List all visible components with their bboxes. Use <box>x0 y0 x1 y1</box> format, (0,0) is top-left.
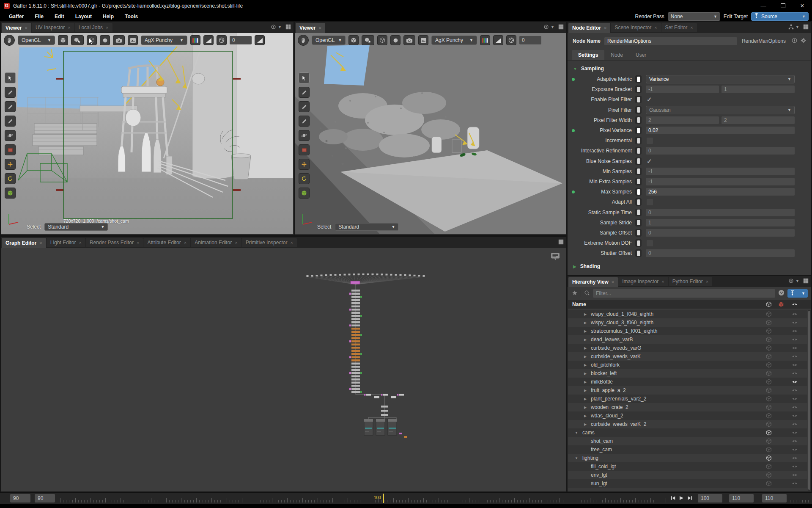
section-shading[interactable]: ▶Shading <box>568 261 811 272</box>
exposure-field[interactable]: 0 <box>519 36 541 44</box>
hierarchy-row-lighting[interactable]: ▼lighting <box>568 454 807 462</box>
chevron-down-icon[interactable]: ▼ <box>551 25 554 29</box>
geometry-cube-icon[interactable] <box>766 353 772 361</box>
display-transform-dropdown[interactable]: AgX Punchy ▼ <box>431 36 477 45</box>
filter-options-icon[interactable] <box>778 290 785 297</box>
geometry-cube-icon[interactable] <box>766 396 772 403</box>
collapse-triangle-icon[interactable]: ▼ <box>575 431 578 435</box>
select-mode-dropdown[interactable]: Standard ▼ <box>335 223 398 231</box>
collapse-triangle-icon[interactable]: ▼ <box>575 456 578 460</box>
graph-editor-tab-animation-editor[interactable]: Animation Editor× <box>191 238 241 247</box>
visibility-eye-icon[interactable] <box>792 447 798 454</box>
enable-switch[interactable] <box>635 209 642 216</box>
enable-switch[interactable] <box>635 178 642 185</box>
expand-triangle-icon[interactable]: ▶ <box>584 355 587 359</box>
visibility-eye-icon[interactable] <box>792 404 798 411</box>
geometry-cube-icon[interactable] <box>766 379 772 386</box>
timeline[interactable]: 90 90 100 100 110 110 <box>0 492 812 504</box>
paint-tool-icon[interactable] <box>299 101 310 112</box>
checkbox-unchecked[interactable] <box>647 240 653 246</box>
range-end-outer-field[interactable]: 110 <box>762 494 787 502</box>
visibility-column-icon[interactable] <box>792 301 798 309</box>
visibility-eye-icon[interactable] <box>792 421 798 428</box>
visibility-eye-icon[interactable] <box>792 387 798 395</box>
play-icon[interactable] <box>679 496 684 502</box>
tab-close-icon[interactable]: × <box>604 25 606 30</box>
render-pass-dropdown[interactable]: None ▼ <box>668 12 720 21</box>
enable-switch[interactable] <box>635 96 642 103</box>
hierarchy-row-stratocumulus-1-f001-eighth[interactable]: ▶stratocumulus_1_f001_eighth <box>568 327 807 335</box>
visibility-eye-icon[interactable] <box>792 320 798 327</box>
rotate-tool-icon[interactable] <box>299 173 310 184</box>
expand-triangle-icon[interactable]: ▶ <box>584 397 587 401</box>
param-field[interactable]: 0.02 <box>646 127 795 134</box>
geometry-cube-icon[interactable] <box>766 320 772 327</box>
tab-close-icon[interactable]: × <box>290 240 293 245</box>
crop-tool-icon[interactable] <box>299 116 310 127</box>
visibility-eye-icon[interactable] <box>792 413 798 420</box>
enable-switch[interactable] <box>635 86 642 93</box>
enable-switch[interactable] <box>635 147 642 155</box>
hierarchy-tab-hierarchy-view[interactable]: Hierarchy View× <box>568 277 618 287</box>
tab-close-icon[interactable]: × <box>25 25 27 30</box>
visibility-eye-icon[interactable] <box>792 379 798 386</box>
chevron-down-icon[interactable]: ▼ <box>278 25 282 29</box>
node-editor-tab-scene-inspector[interactable]: Scene Inspector× <box>611 23 661 32</box>
selection-mode-icon[interactable] <box>71 35 84 45</box>
visibility-eye-icon[interactable] <box>792 472 798 479</box>
visibility-eye-icon[interactable] <box>792 480 798 488</box>
enable-switch[interactable] <box>635 219 642 226</box>
expand-triangle-icon[interactable]: ▶ <box>584 406 587 409</box>
camera-settings-icon[interactable] <box>113 35 125 45</box>
info-icon[interactable] <box>792 38 797 44</box>
tab-close-icon[interactable]: × <box>39 240 42 246</box>
visibility-eye-icon[interactable] <box>792 362 798 369</box>
expansion-icon[interactable] <box>390 35 401 45</box>
geometry-cube-icon[interactable] <box>766 345 772 352</box>
hierarchy-row-curbside-weeds-varg[interactable]: ▶curbside_weeds_varG <box>568 344 807 352</box>
param-field[interactable]: 0 <box>646 209 795 216</box>
select-tool-icon[interactable] <box>299 72 310 83</box>
pan-tool-icon[interactable] <box>4 35 15 46</box>
menu-gaffer[interactable]: Gaffer <box>4 13 28 20</box>
layout-grid-icon[interactable] <box>558 24 564 30</box>
tab-close-icon[interactable]: × <box>690 25 693 30</box>
menu-help[interactable]: Help <box>98 13 118 20</box>
edit-tool-icon[interactable] <box>5 87 16 98</box>
tab-close-icon[interactable]: × <box>68 25 70 30</box>
hierarchy-row-cams[interactable]: ▼cams <box>568 428 807 437</box>
close-button[interactable]: × <box>793 0 812 11</box>
viewer-left-tab-local-jobs[interactable]: Local Jobs× <box>75 23 112 32</box>
range-start-inner-field[interactable]: 90 <box>35 494 55 502</box>
expand-triangle-icon[interactable]: ▶ <box>584 363 587 367</box>
node-editor-tab-set-editor[interactable]: Set Editor× <box>661 23 697 32</box>
pan-tool-icon[interactable] <box>298 35 309 46</box>
translate-tool-icon[interactable] <box>299 159 310 170</box>
visibility-eye-icon[interactable] <box>792 337 798 344</box>
visibility-eye-icon[interactable] <box>792 396 798 403</box>
visibility-eye-icon[interactable] <box>792 370 798 378</box>
viewer-left-tab-uv-inspector[interactable]: UV Inspector× <box>32 23 74 32</box>
edit-tool-icon[interactable] <box>299 87 310 98</box>
visibility-eye-icon[interactable] <box>792 464 798 471</box>
range-start-outer-field[interactable]: 90 <box>10 494 30 502</box>
selection-mode-icon[interactable] <box>362 35 374 45</box>
viewport-left[interactable]: OpenGL ▼ AgX Punchy ▼ 0 <box>1 33 293 234</box>
geometry-cube-icon[interactable] <box>766 430 772 437</box>
geometry-cube-icon[interactable] <box>766 472 772 479</box>
display-transform-dropdown[interactable]: AgX Punchy ▼ <box>141 36 187 45</box>
exposure-field[interactable]: 0 <box>230 36 252 44</box>
expand-triangle-icon[interactable]: ▶ <box>584 372 587 375</box>
image-display-icon[interactable] <box>128 35 138 45</box>
tab-close-icon[interactable]: × <box>318 25 321 30</box>
maximize-button[interactable] <box>773 0 793 11</box>
enable-switch[interactable] <box>635 249 642 257</box>
hierarchy-row-dead-leaves-varb[interactable]: ▶dead_leaves_varB <box>568 335 807 344</box>
collapsed-triangle-icon[interactable]: ▶ <box>573 264 576 269</box>
translate-tool-icon[interactable] <box>5 159 16 170</box>
viewer-focus-icon[interactable] <box>271 24 276 30</box>
checkbox-checked-icon[interactable]: ✓ <box>647 96 652 103</box>
layout-grid-icon[interactable] <box>803 278 809 284</box>
hierarchy-row-env-lgt[interactable]: env_lgt <box>568 471 807 479</box>
select-tool-icon[interactable] <box>5 72 16 83</box>
